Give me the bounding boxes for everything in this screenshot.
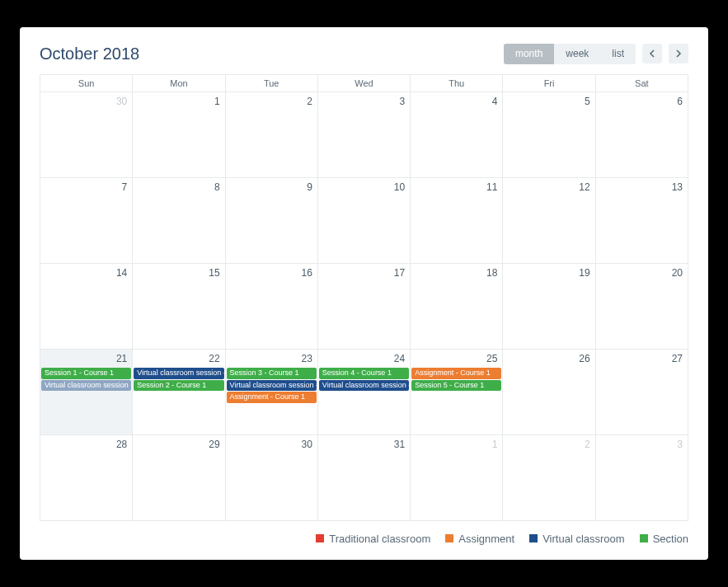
day-number: 8 — [214, 181, 220, 193]
day-number: 3 — [677, 439, 683, 450]
day-number: 25 — [486, 353, 497, 364]
day-cell[interactable]: 30 — [225, 434, 317, 520]
day-number: 16 — [301, 267, 312, 279]
calendar-event[interactable]: Assignment - Course 1 — [227, 392, 317, 403]
day-number: 22 — [209, 353, 219, 364]
view-month-button[interactable]: month — [504, 44, 554, 63]
day-number: 3 — [399, 96, 405, 107]
day-cell[interactable]: 23Session 3 - Course 1Virtual classroom … — [225, 349, 317, 434]
calendar-event[interactable]: Session 4 - Course 1 — [319, 368, 409, 379]
day-cell[interactable]: 30 — [40, 92, 133, 177]
day-events: Session 4 - Course 1Virtual classroom se… — [318, 368, 410, 392]
calendar-controls: month week list — [504, 44, 688, 63]
calendar-card: October 2018 month week list SunMonTueWe… — [20, 27, 708, 559]
weekday-header: Sat — [595, 74, 688, 92]
day-events: Session 3 - Course 1Virtual classroom se… — [226, 368, 317, 404]
day-number: 10 — [394, 181, 405, 193]
day-number: 12 — [579, 181, 589, 193]
day-events: Virtual classroom session - CSession 2 -… — [133, 368, 224, 392]
calendar-event[interactable]: Virtual classroom session - C — [319, 380, 409, 392]
legend-label-assignment: Assignment — [458, 533, 514, 545]
legend-virtual: Virtual classroom — [529, 533, 624, 545]
day-cell[interactable]: 8 — [133, 177, 225, 263]
view-switch: month week list — [504, 44, 636, 63]
day-cell[interactable]: 2 — [503, 434, 595, 520]
calendar-event[interactable]: Session 2 - Course 1 — [134, 380, 223, 392]
swatch-assignment — [445, 534, 453, 542]
day-cell[interactable]: 6 — [595, 92, 688, 177]
day-number: 20 — [672, 267, 683, 279]
day-events: Assignment - Course 1Session 5 - Course … — [411, 368, 502, 392]
day-number: 30 — [116, 96, 127, 107]
swatch-section — [640, 534, 648, 542]
day-number: 28 — [116, 439, 127, 450]
day-cell[interactable]: 5 — [503, 92, 595, 177]
weekday-header: Sun — [40, 74, 133, 92]
day-cell[interactable]: 27 — [595, 349, 688, 434]
day-number: 21 — [116, 353, 127, 364]
day-number: 13 — [672, 181, 683, 193]
day-cell[interactable]: 10 — [317, 177, 410, 263]
day-cell[interactable]: 3 — [317, 92, 410, 177]
day-cell[interactable]: 31 — [317, 434, 410, 520]
day-number: 23 — [301, 353, 312, 364]
day-cell[interactable]: 12 — [503, 177, 595, 263]
day-number: 19 — [579, 267, 589, 279]
day-cell[interactable]: 26 — [503, 349, 595, 434]
weekday-header: Mon — [133, 74, 225, 92]
chevron-right-icon — [675, 49, 682, 58]
calendar-event[interactable]: Virtual classroom session - C — [41, 380, 131, 392]
day-cell[interactable]: 4 — [411, 92, 503, 177]
day-cell[interactable]: 9 — [225, 177, 317, 263]
day-number: 30 — [301, 439, 312, 450]
day-cell[interactable]: 15 — [133, 263, 225, 349]
day-number: 2 — [307, 96, 312, 107]
day-cell[interactable]: 20 — [595, 263, 688, 349]
day-cell[interactable]: 14 — [40, 263, 133, 349]
day-cell[interactable]: 24Session 4 - Course 1Virtual classroom … — [317, 349, 410, 434]
legend-traditional: Traditional classroom — [316, 533, 430, 545]
day-cell[interactable]: 13 — [595, 177, 688, 263]
day-cell[interactable]: 16 — [225, 263, 317, 349]
day-cell[interactable]: 3 — [595, 434, 688, 520]
day-cell[interactable]: 17 — [317, 263, 410, 349]
day-number: 14 — [116, 267, 127, 279]
day-cell[interactable]: 25Assignment - Course 1Session 5 - Cours… — [411, 349, 503, 434]
calendar-header: October 2018 month week list — [40, 44, 688, 63]
day-cell[interactable]: 28 — [40, 434, 133, 520]
view-week-button[interactable]: week — [554, 44, 600, 63]
day-number: 27 — [672, 353, 683, 364]
weekday-header: Wed — [317, 74, 410, 92]
day-cell[interactable]: 1 — [133, 92, 225, 177]
day-number: 31 — [394, 439, 405, 450]
day-cell[interactable]: 18 — [411, 263, 503, 349]
legend-section: Section — [640, 533, 688, 545]
calendar-event[interactable]: Session 3 - Course 1 — [227, 368, 317, 379]
day-cell[interactable]: 19 — [503, 263, 595, 349]
swatch-traditional — [316, 534, 324, 542]
day-events: Session 1 - Course 1Virtual classroom se… — [40, 368, 132, 392]
legend-label-traditional: Traditional classroom — [329, 533, 430, 545]
day-number: 29 — [209, 439, 219, 450]
day-number: 11 — [486, 181, 497, 193]
day-number: 17 — [394, 267, 405, 279]
day-cell[interactable]: 29 — [133, 434, 225, 520]
day-cell[interactable]: 21Session 1 - Course 1Virtual classroom … — [40, 349, 133, 434]
next-button[interactable] — [669, 44, 688, 63]
day-cell[interactable]: 2 — [225, 92, 317, 177]
calendar-event[interactable]: Session 5 - Course 1 — [411, 380, 501, 392]
day-cell[interactable]: 22Virtual classroom session - CSession 2… — [133, 349, 225, 434]
day-cell[interactable]: 1 — [411, 434, 503, 520]
day-number: 2 — [585, 439, 590, 450]
calendar-event[interactable]: Virtual classroom session - C — [227, 380, 317, 392]
weekday-header: Fri — [503, 74, 595, 92]
view-list-button[interactable]: list — [600, 44, 636, 63]
prev-button[interactable] — [642, 44, 662, 63]
day-cell[interactable]: 11 — [411, 177, 503, 263]
calendar-event[interactable]: Assignment - Course 1 — [411, 368, 501, 379]
calendar-event[interactable]: Virtual classroom session - C — [134, 368, 223, 379]
chevron-left-icon — [649, 49, 655, 58]
day-number: 18 — [486, 267, 497, 279]
calendar-event[interactable]: Session 1 - Course 1 — [41, 368, 131, 379]
day-cell[interactable]: 7 — [40, 177, 133, 263]
